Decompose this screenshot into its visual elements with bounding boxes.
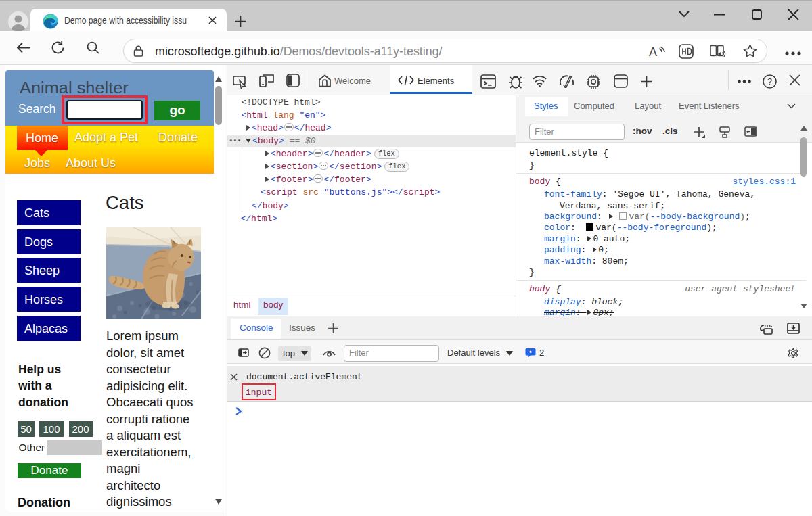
svg-text:A: A: [649, 45, 657, 58]
svg-text:?: ?: [767, 76, 772, 87]
